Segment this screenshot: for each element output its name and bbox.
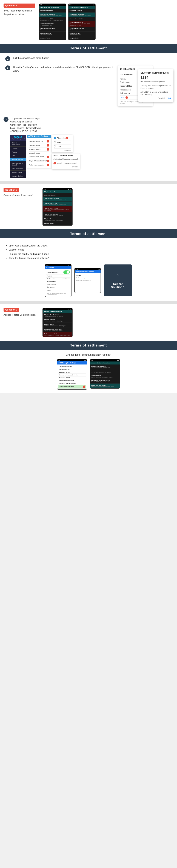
- conn-bt-option[interactable]: Bluetooth 4: [54, 136, 71, 141]
- terms3-enhanced: Enhanced MPG Calculation Use this OBD ad…: [90, 379, 120, 383]
- bt-enabled-row-2: Bluetooth Enabled: [69, 9, 95, 12]
- torque-menu-manage[interactable]: Manage devices: [10, 174, 26, 178]
- bt-device-popup-item2-label: OBDII [AA:BB:CC:11:22:33]: [57, 162, 76, 164]
- question1-text: If you meet the problem like the picture…: [3, 9, 35, 16]
- error-count-row: Adapter Error Count This should only be …: [39, 22, 66, 27]
- terms2-bt-toggle-switch[interactable]: [64, 271, 70, 274]
- error-count-row-2: Adapter Error Count This should only be …: [69, 21, 95, 27]
- torque-logo: TORQUE Engine Management: [10, 134, 26, 141]
- q2-error-count: Adapter Error Count This should only be …: [43, 207, 72, 212]
- obd-bt-duup[interactable]: Bluetooth DUUP: [29, 152, 49, 155]
- bt-ok-btn[interactable]: OK: [168, 97, 171, 99]
- bt-device2-badge: i: [126, 96, 128, 99]
- terms2-bt-toggle[interactable]: Turn on Bluetooth: [46, 270, 71, 275]
- bt-device-popup-item1[interactable]: 小米9 8(auto) [34:00:83:04:5E:5B]: [53, 157, 78, 161]
- question2-section: Question 2 Appear "Adapter Error count" …: [0, 184, 177, 229]
- terms3-bt-duup[interactable]: Bluetooth DUUP: [58, 376, 86, 379]
- conn-ecu-row: Connection to ECU Can the adapter talk t…: [39, 17, 66, 22]
- terms3-phone2-container: 9:41▲ ◀ ● Adapter Status Information Ada…: [90, 359, 120, 390]
- step-3-num: 3: [3, 117, 8, 122]
- bt-device2-name: OBDII: [120, 96, 125, 98]
- obd-bt-already[interactable]: Only if BT was already off 6: [29, 159, 49, 163]
- bt-radio: [54, 137, 56, 139]
- conn-usb-option[interactable]: USB: [54, 145, 71, 149]
- question3-left: Question 3 Appear "Faster Communication": [3, 308, 39, 317]
- obd-auto-bt[interactable]: Auto Bluetooth On/Off 5: [29, 155, 49, 159]
- obd-faster-comm[interactable]: Faster communication 7: [29, 163, 49, 167]
- badge-item2: 1: [53, 162, 56, 164]
- terms3-conn-settings[interactable]: Connection settings: [58, 365, 86, 368]
- q2-phone: 9:41▲ ◀ ● Adapter Status Information Blu…: [43, 188, 73, 226]
- torque-menu-links[interactable]: Links: [10, 154, 26, 158]
- step-3-row: 3 3. Open your Torque---setting---OBD2 A…: [0, 114, 177, 181]
- terms2-search-hint: Can't find the target? Start pair possib…: [46, 292, 71, 296]
- phone-screen-2: 9:41▲ ◀ ● Adapter Status Information Blu…: [68, 3, 96, 40]
- question2-text: Appear "Adapter Error count": [3, 193, 39, 197]
- bt-received-label: Received files: [120, 85, 132, 87]
- obd-settings-container: OBD2 Adapter Settings Connection setting…: [27, 134, 51, 169]
- obd-conn-settings[interactable]: Connection settings 1: [29, 140, 49, 144]
- terms2-item1: open your bluetooth,unpair the OBDII.: [9, 244, 172, 248]
- obd-topbar: OBD2 Adapter Settings: [27, 134, 51, 138]
- conn-wifi-option[interactable]: WiFi: [54, 141, 71, 145]
- terms2-device1-row[interactable]: 小米 9(auto): [46, 286, 71, 289]
- obd-conn-type[interactable]: Connection type 2: [29, 144, 49, 148]
- question2-left: Question 2 Appear "Adapter Error count": [3, 188, 39, 197]
- repeat-solution-box: ↑ RepeatSolution 1: [104, 265, 132, 296]
- step-3-text: 3. Open your Torque---setting---OBD2 Ada…: [10, 117, 42, 133]
- torque-menu-plugins[interactable]: Plugins: [10, 150, 26, 154]
- version-row: Adapter Version The firmware version: [39, 32, 66, 36]
- q2-version: Adapter Version The firmware version of …: [43, 217, 72, 222]
- step-1-content: Exit the software, and enter it again: [13, 56, 172, 60]
- terms3-connect-bt[interactable]: Connect to Bluetooth Device: [58, 374, 86, 376]
- conn-cancel-btn[interactable]: CANCEL: [54, 149, 71, 151]
- terms2-device2-row[interactable]: OBDII: [46, 289, 71, 292]
- question3-screenshot: 9:41▲ ◀ ● Adapter Status Information Ada…: [43, 308, 73, 337]
- bt-device-name-label: Device name: [120, 81, 131, 83]
- torque-menu-speech[interactable]: Speech/Alarm: [10, 170, 26, 174]
- version-row-2: Adapter Version The firmware version: [69, 32, 95, 36]
- bt-enabled-row: Bluetooth Enabled: [39, 9, 66, 12]
- q3-manufacturer: Adapter Manufacturer The firmware maker …: [43, 313, 72, 318]
- terms2-spacer: [75, 281, 100, 292]
- obd-bt-device[interactable]: Bluetooth device 3: [29, 148, 49, 152]
- bt-cancel-btn[interactable]: CANCEL: [158, 97, 166, 99]
- terms3-phone2: 9:41▲ ◀ ● Adapter Status Information Ada…: [90, 359, 120, 389]
- q3-status-bar: 9:41▲ ◀ ●: [43, 308, 72, 310]
- bt-device-popup-item2[interactable]: 1 OBDII [AA:BB:CC:11:22:33]: [53, 161, 78, 165]
- q2-bt-row: Bluetooth Enabled: [43, 193, 72, 197]
- question1-section: Question 1 If you meet the problem like …: [0, 0, 177, 44]
- torque-menu-general[interactable]: General Preferences: [10, 141, 26, 147]
- terms3-phone1: 9:41▲ ● OBD2 Adapter Settings Connection…: [57, 359, 87, 390]
- bt-device-popup: Choose Bluetooth Device 小米9 8(auto) [34:…: [52, 154, 80, 169]
- bt-toggle-label: Turn on Bluetooth: [120, 74, 132, 75]
- torque-sidebar: TORQUE Engine Management General Prefere…: [10, 134, 26, 178]
- torque-menu-adapter[interactable]: Adapter Settings: [10, 158, 26, 161]
- bt-device-cancel-btn[interactable]: CANCEL: [53, 165, 78, 168]
- question1-screenshots: 9:41▲ ◀ ● Adapter Status Information Blu…: [39, 3, 174, 40]
- torque-menu-themes[interactable]: Themes: [10, 147, 26, 150]
- q3-faster-comm: Faster communication If the OBD adapter …: [43, 332, 72, 337]
- q3-notes: Adapter Notes Additional info about the …: [43, 323, 72, 328]
- badge-1: 1: [47, 140, 49, 143]
- phone-screen-1: 9:41▲ ◀ ● Adapter Status Information Blu…: [39, 3, 66, 40]
- terms2-phone2-status: 9:41▲ ●: [75, 268, 101, 270]
- terms2-bt-content: Turn on Bluetooth Visibility Device name…: [45, 269, 71, 297]
- terms2-device-name-row: Device name current device: [46, 278, 71, 280]
- q2-status-bar: 9:41▲ ◀ ●: [43, 188, 72, 190]
- terms3-faster-comm-label: Faster communication: [59, 386, 74, 388]
- bt-dialog-actions: CANCEL OK: [141, 97, 171, 99]
- torque-menu-logging[interactable]: Data Logging & Upload: [10, 161, 26, 167]
- terms2-device2: OBDII: [47, 289, 51, 291]
- terms3-bt-already[interactable]: Only if BT was already off: [58, 382, 86, 385]
- torque-menu-dash[interactable]: Dash installation: [10, 167, 26, 170]
- terms3-bt-device[interactable]: Bluetooth device: [58, 371, 86, 374]
- terms3-faster-comm-row[interactable]: Faster communication 1: [58, 385, 86, 389]
- terms-header-3: Terms of settlement: [0, 341, 177, 350]
- terms3-conn-type[interactable]: Connection type: [58, 368, 86, 371]
- step-2-row: 2 Open the "setting" of your android,and…: [5, 65, 172, 106]
- terms3-auto-bt[interactable]: Auto Bluetooth On/Off: [58, 379, 86, 382]
- divider-2: [0, 301, 177, 304]
- bt-pairing-text2: You may also need to align this PIN on t…: [141, 85, 171, 89]
- q2-topbar: Adapter Status Information: [43, 190, 72, 193]
